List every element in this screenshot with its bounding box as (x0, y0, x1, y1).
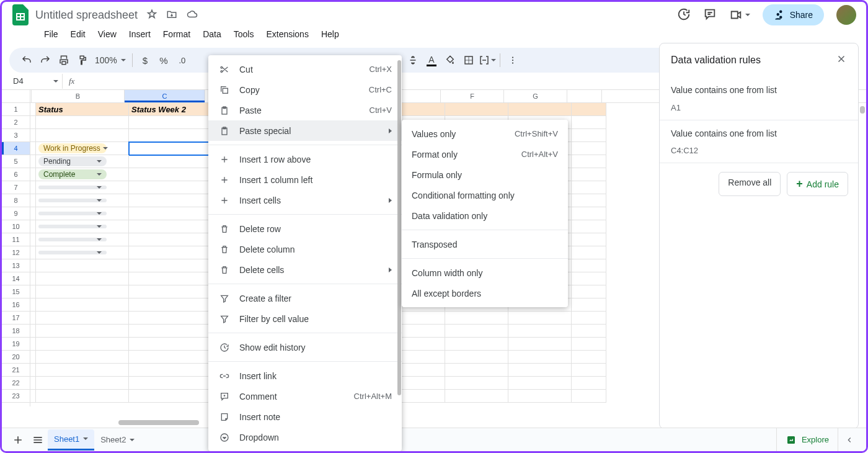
cell[interactable] (129, 390, 210, 403)
cell[interactable] (508, 351, 572, 364)
cell[interactable] (30, 325, 36, 338)
row-header[interactable]: 4 (2, 142, 30, 155)
cell[interactable] (129, 142, 210, 155)
cell[interactable] (129, 116, 210, 129)
cell[interactable] (129, 194, 210, 207)
menu-help[interactable]: Help (316, 27, 344, 42)
ctx-comment[interactable]: CommentCtrl+Alt+M (208, 386, 402, 406)
row-header[interactable]: 7 (2, 181, 30, 194)
ctx-create-a-filter[interactable]: Create a filter (208, 288, 402, 308)
cell[interactable] (572, 364, 606, 377)
cell[interactable] (30, 364, 36, 377)
cell[interactable] (30, 351, 36, 364)
submenu-formula-only[interactable]: Formula only (402, 164, 568, 185)
cell[interactable] (508, 338, 572, 351)
col-header-h[interactable] (567, 90, 602, 102)
cell[interactable] (445, 351, 508, 364)
cell[interactable] (129, 351, 210, 364)
row-header[interactable]: 14 (2, 272, 30, 285)
close-icon[interactable] (836, 53, 847, 67)
cell[interactable] (445, 377, 508, 390)
row-header[interactable]: 20 (2, 351, 30, 364)
cell[interactable] (508, 325, 572, 338)
cell[interactable] (36, 194, 129, 207)
cell[interactable] (30, 259, 36, 272)
dropdown-chip[interactable] (38, 199, 107, 202)
ctx-dropdown[interactable]: Dropdown (208, 427, 402, 447)
cell[interactable] (572, 155, 606, 168)
history-icon[interactable] (677, 7, 691, 23)
submenu-conditional-formatting-only[interactable]: Conditional formatting only (402, 185, 568, 205)
side-panel-toggle-icon[interactable] (838, 428, 860, 451)
menu-tools[interactable]: Tools (229, 27, 259, 42)
cell[interactable] (572, 246, 606, 259)
cell[interactable] (30, 338, 36, 351)
menu-insert[interactable]: Insert (124, 27, 156, 42)
add-rule-button[interactable]: +Add rule (787, 172, 848, 196)
cell[interactable] (508, 364, 572, 377)
col-header-c[interactable]: C (125, 90, 205, 102)
dropdown-chip[interactable] (38, 225, 107, 228)
cell[interactable] (129, 298, 210, 312)
cell[interactable] (36, 351, 129, 364)
menu-data[interactable]: Data (198, 27, 226, 42)
cell[interactable] (30, 181, 36, 194)
share-button[interactable]: Share (763, 4, 824, 25)
cell[interactable] (36, 181, 129, 194)
cell[interactable]: Work in Progress (36, 142, 129, 155)
cell[interactable] (445, 338, 508, 351)
row-header[interactable]: 21 (2, 364, 30, 377)
ctx-delete-column[interactable]: Delete column (208, 239, 402, 259)
cell[interactable] (30, 298, 36, 312)
cell[interactable] (129, 168, 210, 181)
hscroll[interactable] (32, 420, 205, 426)
move-icon[interactable] (166, 9, 177, 22)
sheets-logo-icon[interactable] (12, 4, 29, 26)
cell[interactable] (508, 390, 572, 403)
cell[interactable] (30, 220, 36, 233)
cell[interactable] (508, 377, 572, 390)
cell[interactable] (36, 390, 129, 403)
redo-icon[interactable] (37, 52, 54, 69)
cell[interactable] (36, 377, 129, 390)
ctx-copy[interactable]: CopyCtrl+C (208, 79, 402, 100)
row-header[interactable]: 23 (2, 390, 30, 403)
decrease-decimal-icon[interactable]: .0 (174, 52, 191, 69)
cell[interactable] (36, 246, 129, 259)
cell[interactable] (36, 259, 129, 272)
cell[interactable] (30, 116, 36, 129)
meet-icon[interactable] (729, 8, 750, 22)
dropdown-chip[interactable]: Pending (38, 156, 107, 166)
row-header[interactable]: 22 (2, 377, 30, 390)
cell[interactable] (445, 364, 508, 377)
dropdown-chip[interactable] (38, 251, 107, 254)
more-icon[interactable] (504, 52, 521, 69)
cell[interactable] (129, 312, 210, 325)
cell[interactable] (30, 129, 36, 142)
cell[interactable] (30, 390, 36, 403)
ctx-insert-link[interactable]: Insert link (208, 366, 402, 386)
cell[interactable] (572, 390, 606, 403)
paint-format-icon[interactable] (74, 52, 91, 69)
cell[interactable] (30, 194, 36, 207)
avatar[interactable] (836, 5, 856, 25)
vscroll-thumb[interactable] (860, 106, 865, 114)
cell[interactable] (572, 181, 606, 194)
submenu-format-only[interactable]: Format onlyCtrl+Alt+V (402, 144, 568, 164)
sheet-tab-2[interactable]: Sheet2 (94, 429, 141, 451)
cell[interactable] (30, 207, 36, 220)
document-title[interactable]: Untitled spreadsheet (35, 9, 138, 22)
cell[interactable] (572, 142, 606, 155)
cell[interactable] (36, 207, 129, 220)
cloud-icon[interactable] (186, 9, 198, 22)
cell[interactable] (30, 103, 36, 116)
cell[interactable] (36, 272, 129, 285)
row-header[interactable]: 6 (2, 168, 30, 181)
ctx-filter-by-cell-value[interactable]: Filter by cell value (208, 308, 402, 329)
cell[interactable] (36, 325, 129, 338)
dropdown-chip[interactable] (38, 212, 107, 215)
submenu-column-width-only[interactable]: Column width only (402, 262, 568, 283)
row-header[interactable]: 16 (2, 298, 30, 312)
cell[interactable] (129, 246, 210, 259)
cell[interactable]: Status Week 2 (129, 103, 210, 116)
